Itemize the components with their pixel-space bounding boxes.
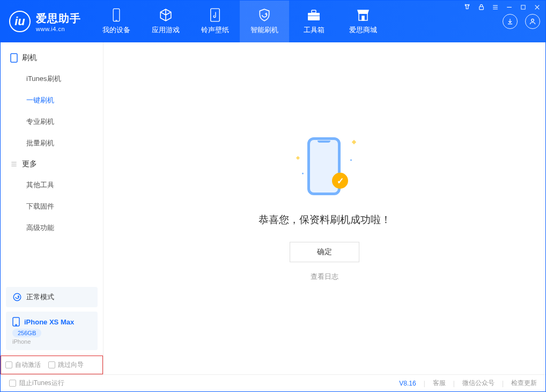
device-name: iPhone XS Max xyxy=(24,318,74,326)
checkbox-label: 阻止iTunes运行 xyxy=(19,379,64,388)
checkbox-icon xyxy=(9,380,16,387)
lock-icon[interactable] xyxy=(477,3,485,11)
svg-rect-15 xyxy=(362,16,364,20)
check-update-link[interactable]: 检查更新 xyxy=(511,379,537,388)
device-mode-card[interactable]: 正常模式 xyxy=(6,287,98,307)
svg-rect-17 xyxy=(11,54,17,62)
svg-rect-0 xyxy=(479,6,483,9)
logo: iu 爱思助手 www.i4.cn xyxy=(9,11,81,32)
block-itunes-checkbox[interactable]: 阻止iTunes运行 xyxy=(9,379,64,388)
tab-label: 工具箱 xyxy=(304,25,324,35)
version-label: V8.16 xyxy=(399,380,416,387)
tab-flash[interactable]: 智能刷机 xyxy=(240,1,289,42)
tab-label: 智能刷机 xyxy=(250,25,278,35)
list-icon xyxy=(10,160,18,168)
tab-toolbox[interactable]: 工具箱 xyxy=(289,1,338,42)
options-row: 自动激活 跳过向导 xyxy=(1,356,103,374)
app-title: 爱思助手 xyxy=(36,11,81,26)
success-illustration: ✓ xyxy=(292,135,357,199)
success-message: 恭喜您，保资料刷机成功啦！ xyxy=(259,213,391,227)
checkbox-label: 跳过向导 xyxy=(58,360,84,369)
ok-button[interactable]: 确定 xyxy=(290,242,359,262)
app-subtitle: www.i4.cn xyxy=(36,26,81,32)
auto-activate-checkbox[interactable]: 自动激活 xyxy=(5,360,41,369)
capacity-badge: 256GB xyxy=(12,329,41,337)
download-button[interactable] xyxy=(503,14,518,29)
tab-label: 应用游戏 xyxy=(152,25,180,35)
refresh-icon xyxy=(12,292,22,302)
svg-rect-12 xyxy=(312,10,316,13)
sidebar-section-title: 刷机 xyxy=(22,53,37,63)
check-icon: ✓ xyxy=(332,173,348,189)
header: iu 爱思助手 www.i4.cn 我的设备 应用游戏 铃声壁纸 智能刷机 xyxy=(1,1,545,42)
tab-label: 爱思商城 xyxy=(349,25,377,35)
svg-point-16 xyxy=(532,19,534,21)
cube-icon xyxy=(159,8,173,22)
footer: 阻止iTunes运行 V8.16 | 客服 | 微信公众号 | 检查更新 xyxy=(1,374,545,391)
sidebar-item-pro-flash[interactable]: 专业刷机 xyxy=(1,111,103,132)
svg-rect-10 xyxy=(211,9,220,21)
svg-rect-8 xyxy=(113,9,120,21)
minimize-button[interactable] xyxy=(505,3,513,11)
music-file-icon xyxy=(208,8,222,22)
checkbox-icon xyxy=(48,361,55,368)
tab-label: 铃声壁纸 xyxy=(201,25,229,35)
sidebar-item-batch-flash[interactable]: 批量刷机 xyxy=(1,132,103,154)
shield-refresh-icon xyxy=(257,8,271,22)
tab-store[interactable]: 爱思商城 xyxy=(338,1,388,42)
tab-ringtones[interactable]: 铃声壁纸 xyxy=(190,1,240,42)
sidebar: 刷机 iTunes刷机 一键刷机 专业刷机 批量刷机 更多 其他工具 下载固件 … xyxy=(1,42,104,374)
menu-icon[interactable] xyxy=(491,3,499,11)
tab-label: 我的设备 xyxy=(102,25,130,35)
phone-outline-icon xyxy=(10,53,18,63)
device-mode-label: 正常模式 xyxy=(26,292,54,302)
skip-guide-checkbox[interactable]: 跳过向导 xyxy=(48,360,84,369)
user-button[interactable] xyxy=(525,14,540,29)
sidebar-item-oneclick-flash[interactable]: 一键刷机 xyxy=(1,90,103,111)
phone-icon xyxy=(12,317,20,327)
maximize-button[interactable] xyxy=(519,3,527,11)
tab-apps[interactable]: 应用游戏 xyxy=(141,1,190,42)
svg-rect-5 xyxy=(521,5,525,9)
svg-rect-11 xyxy=(308,13,320,20)
checkbox-label: 自动激活 xyxy=(15,360,41,369)
svg-rect-13 xyxy=(308,16,320,16)
svg-point-23 xyxy=(16,324,17,326)
window-controls xyxy=(463,3,541,11)
sidebar-section-title: 更多 xyxy=(22,159,37,169)
logo-icon: iu xyxy=(9,11,31,32)
store-icon xyxy=(356,8,370,22)
close-button[interactable] xyxy=(533,3,541,11)
sidebar-item-download-firmware[interactable]: 下载固件 xyxy=(1,196,103,217)
support-link[interactable]: 客服 xyxy=(433,379,446,388)
sidebar-section-more: 更多 xyxy=(1,154,103,174)
device-panel: 正常模式 iPhone XS Max 256GB iPhone xyxy=(1,287,103,356)
sidebar-section-flash: 刷机 xyxy=(1,48,103,68)
device-icon xyxy=(109,8,123,22)
nav-tabs: 我的设备 应用游戏 铃声壁纸 智能刷机 工具箱 爱思商城 xyxy=(92,1,388,42)
checkbox-icon xyxy=(5,361,12,368)
wechat-link[interactable]: 微信公众号 xyxy=(462,379,495,388)
view-log-link[interactable]: 查看日志 xyxy=(311,272,338,282)
sidebar-item-other-tools[interactable]: 其他工具 xyxy=(1,174,103,196)
device-type: iPhone xyxy=(12,338,91,345)
toolbox-icon xyxy=(307,8,321,22)
sidebar-item-itunes-flash[interactable]: iTunes刷机 xyxy=(1,68,103,90)
tab-my-device[interactable]: 我的设备 xyxy=(92,1,141,42)
shirt-icon[interactable] xyxy=(463,3,471,11)
svg-point-21 xyxy=(13,293,21,301)
device-info-card[interactable]: iPhone XS Max 256GB iPhone xyxy=(6,312,98,350)
sidebar-item-advanced[interactable]: 高级功能 xyxy=(1,217,103,239)
main-content: ✓ 恭喜您，保资料刷机成功啦！ 确定 查看日志 xyxy=(104,42,545,374)
header-right xyxy=(503,14,540,29)
